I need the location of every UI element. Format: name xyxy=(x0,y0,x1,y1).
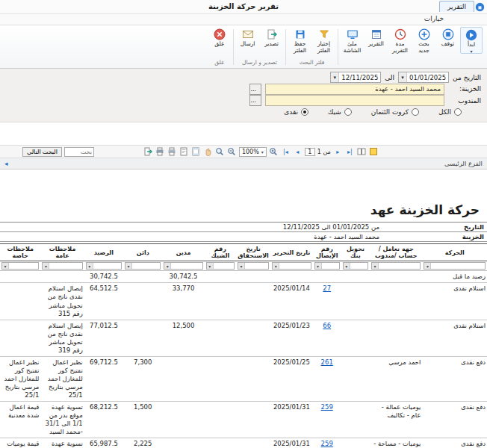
cell-movement: دفع نقدى xyxy=(422,356,487,401)
fullscreen-button[interactable]: ملئ الشاشة xyxy=(341,27,364,54)
agent-browse-button[interactable]: ... xyxy=(249,95,261,106)
ribbon-group-label-search-filter: فلتر البحث xyxy=(288,58,335,67)
header-footer-icon[interactable] xyxy=(191,147,201,157)
cell-issue-date: 2025/01/14 xyxy=(270,283,312,320)
date-to-combo[interactable]: 12/11/2025 ▾ xyxy=(330,72,381,83)
column-filter-combo-bank-transfer[interactable]: ▾ xyxy=(343,262,368,270)
clock-icon xyxy=(394,28,406,40)
radio-check[interactable]: شيك xyxy=(328,108,352,116)
cell-debit xyxy=(162,402,204,438)
column-filter-combo-debit[interactable]: ▾ xyxy=(164,262,202,270)
treasury-browse-button[interactable]: ... xyxy=(249,84,261,95)
previous-page-icon[interactable]: ◂ xyxy=(293,147,303,157)
next-page-icon[interactable]: ▸ xyxy=(333,147,343,157)
receipt-link[interactable]: 259 xyxy=(321,403,333,411)
cell-issue-date: 2025/01/25 xyxy=(270,356,312,401)
filter-panel: التاريخ من 01/01/2025 ▾ الى 12/11/2025 ▾… xyxy=(0,69,487,122)
chevron-down-icon: ▾ xyxy=(261,149,264,155)
zoom-in-icon[interactable] xyxy=(269,147,279,157)
column-filter-combo-check-no[interactable]: ▾ xyxy=(206,262,235,270)
stop-label: توقف xyxy=(441,41,454,48)
cell-movement: دفع نقدى xyxy=(422,438,487,448)
column-filter-combo-due-date[interactable]: ▾ xyxy=(238,262,269,270)
page-number-box[interactable]: 1 xyxy=(305,148,315,156)
table-row: دفع نقدىاحمد مرسي2612025/01/257,30069,71… xyxy=(0,356,487,401)
app-icon[interactable] xyxy=(475,2,485,12)
hand-tool-icon[interactable] xyxy=(203,147,213,157)
agent-field[interactable] xyxy=(265,95,444,106)
send-label: ارسال xyxy=(241,41,255,48)
zoom-out-icon[interactable] xyxy=(227,147,237,157)
page-setup-icon[interactable] xyxy=(179,147,189,157)
column-filter-combo-credit[interactable]: ▾ xyxy=(125,262,161,270)
send-button[interactable]: ارسال xyxy=(236,27,259,48)
choose-filter-button[interactable]: إختيار الفلتر xyxy=(312,27,335,54)
receipt-link[interactable]: 66 xyxy=(323,322,331,329)
zoom-combo[interactable]: 100% ▾ xyxy=(239,147,267,157)
cell-issue-date: 2025/01/23 xyxy=(270,320,312,356)
print-icon[interactable] xyxy=(155,147,165,157)
date-to-value: 12/11/2025 xyxy=(339,74,380,81)
treasury-field[interactable]: محمد السيد احمد - عهدة xyxy=(265,84,444,95)
report-title: حركة الخزينة عهد xyxy=(0,202,487,222)
receipt-link[interactable]: 261 xyxy=(321,358,333,366)
receipt-link[interactable]: 259 xyxy=(321,440,333,447)
ribbon-tabstrip: خيارات xyxy=(0,14,487,25)
next-search-button[interactable]: البحث التالي xyxy=(22,147,62,157)
page-color-icon[interactable] xyxy=(369,147,379,157)
column-filter-combo-movement[interactable]: ▾ xyxy=(424,262,486,270)
branch-tab-label[interactable]: الفرع الرئيسى xyxy=(444,160,483,167)
column-filter-combo-party[interactable]: ▾ xyxy=(371,262,421,270)
radio-circle[interactable] xyxy=(454,108,462,116)
cell-balance: 68,212.5 xyxy=(84,402,123,438)
chevron-down-icon[interactable]: ▾ xyxy=(331,72,339,82)
filter-cell-party: ▾ xyxy=(370,261,422,271)
export-button[interactable]: تصدير xyxy=(260,27,283,48)
column-filter-combo-private-notes[interactable]: ▾ xyxy=(1,262,39,270)
column-header-debit: مدين xyxy=(162,244,204,261)
spacer xyxy=(0,122,487,145)
close-button[interactable]: غلق xyxy=(208,27,231,48)
column-filter-combo-issue-date[interactable]: ▾ xyxy=(272,262,311,270)
save-filter-label: حفظ الفلتر xyxy=(288,41,311,54)
report-duration-button[interactable]: مدة التقرير xyxy=(388,27,412,54)
report-button[interactable]: التقرير xyxy=(365,27,388,54)
cell-due-date xyxy=(236,356,270,401)
column-header-party: جهة تعامل / حساب /مندوب xyxy=(370,244,422,261)
cell-party xyxy=(370,283,422,320)
multiple-pages-icon[interactable] xyxy=(357,147,367,157)
cell-credit: 1,500 xyxy=(123,402,162,438)
column-filter-combo-general-notes[interactable]: ▾ xyxy=(42,262,82,270)
search-input[interactable] xyxy=(64,147,94,157)
cell-private-notes xyxy=(0,283,40,320)
save-filter-button[interactable]: حفظ الفلتر xyxy=(288,27,311,54)
page-of-label: من 1 xyxy=(317,149,331,155)
radio-credit-cards[interactable]: كروت الئتمان xyxy=(371,108,419,116)
tab-options[interactable]: خيارات xyxy=(417,14,451,23)
column-filter-combo-balance[interactable]: ▾ xyxy=(86,262,122,270)
cell-check-no xyxy=(205,402,236,438)
quick-print-icon[interactable] xyxy=(167,147,177,157)
date-from-combo[interactable]: 01/01/2025 ▾ xyxy=(398,72,449,83)
radio-cash[interactable]: نقدى xyxy=(284,108,308,116)
radio-all[interactable]: الكل xyxy=(438,108,462,116)
new-search-button[interactable]: بحث جديد xyxy=(412,27,435,54)
stop-button[interactable]: توقف xyxy=(436,27,459,54)
start-button[interactable]: ابدأ ▾ xyxy=(460,27,483,54)
magnifier-icon[interactable] xyxy=(215,147,225,157)
chevron-down-icon: ▾ xyxy=(2,263,9,269)
receipt-link[interactable]: 27 xyxy=(323,284,331,292)
radio-circle-selected[interactable] xyxy=(301,108,308,116)
column-filter-combo-receipt-no[interactable]: ▾ xyxy=(314,262,340,270)
chevron-down-icon[interactable]: ▾ xyxy=(399,72,407,82)
export-document-icon[interactable] xyxy=(143,147,153,157)
radio-circle[interactable] xyxy=(344,108,352,116)
radio-circle[interactable] xyxy=(412,108,419,116)
tab-report[interactable]: التقرير xyxy=(439,1,474,12)
chevron-down-icon: ▾ xyxy=(87,263,93,269)
report-grid-icon xyxy=(370,28,382,40)
last-page-icon[interactable]: ▸| xyxy=(345,147,355,157)
first-page-icon[interactable]: |◂ xyxy=(281,147,291,157)
collapse-panel-icon[interactable]: ◂ xyxy=(4,160,8,167)
cell-check-no xyxy=(205,320,236,356)
